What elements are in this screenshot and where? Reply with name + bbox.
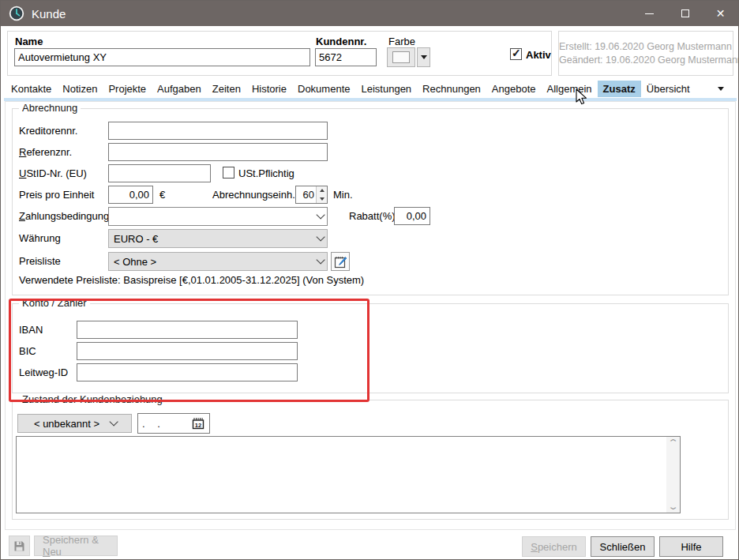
iban-input[interactable]: [77, 321, 298, 339]
speichern-label: Speichern: [531, 541, 577, 553]
tab-uebersicht[interactable]: Übersicht: [641, 81, 696, 97]
waehrung-select[interactable]: EURO - €: [108, 229, 328, 248]
verwendete-preisliste-text: Verwendete Preisliste: Basispreise [€,01…: [19, 274, 364, 286]
zahlungsbedingung-select[interactable]: [108, 207, 328, 226]
tab-bar: Kontakte Notizen Projekte Aufgaben Zeite…: [6, 80, 735, 98]
aktiv-checkbox[interactable]: [510, 48, 522, 60]
tab-historie[interactable]: Historie: [246, 81, 292, 97]
title-bar: Kunde ✕: [1, 1, 738, 26]
rabatt-label: Rabatt(%): [349, 210, 396, 222]
abrechnung-legend: Abrechnung: [19, 102, 81, 114]
chevron-down-icon: [316, 255, 324, 264]
zustand-date-field[interactable]: . . 12: [137, 413, 210, 434]
speichern-neu-button[interactable]: Speichern & Neu: [34, 536, 118, 556]
modified-info: Geändert: 19.06.2020 Georg Mustermann: [559, 54, 727, 66]
tab-rechnungen[interactable]: Rechnungen: [417, 81, 486, 97]
kunde-window: Kunde ✕ Name Kundennr. Farbe Aktiv Erste…: [0, 0, 739, 560]
referenznr-label: Referenznr.: [19, 146, 72, 158]
preisliste-value: < Ohne >: [114, 256, 156, 268]
tab-leistungen[interactable]: Leistungen: [355, 81, 417, 97]
close-button[interactable]: ✕: [703, 1, 738, 26]
calendar-icon[interactable]: 12: [192, 417, 205, 430]
kreditorennr-input[interactable]: [108, 122, 328, 140]
stepper-buttons: [316, 186, 327, 203]
tab-zeiten[interactable]: Zeiten: [207, 81, 246, 97]
name-label: Name: [15, 36, 43, 47]
farbe-swatch-button[interactable]: [387, 47, 415, 67]
footer-bar: Speichern & Neu Speichern Schließen Hilf…: [1, 532, 739, 560]
tab-projekte[interactable]: Projekte: [103, 81, 152, 97]
date-value: . .: [142, 418, 165, 430]
schliessen-label: Schließen: [600, 541, 646, 553]
rabatt-input[interactable]: [394, 207, 430, 225]
chevron-down-icon: [316, 210, 324, 219]
aktiv-label: Aktiv: [526, 49, 551, 61]
vertical-scrollbar[interactable]: ⌃ ⌄: [666, 437, 680, 513]
waehrung-value: EURO - €: [114, 233, 158, 245]
tab-zusatz[interactable]: Zusatz: [598, 81, 641, 97]
stepper-down-button[interactable]: [317, 195, 327, 204]
tab-aufgaben[interactable]: Aufgaben: [152, 81, 207, 97]
hilfe-button[interactable]: Hilfe: [659, 536, 723, 557]
speichern-button[interactable]: Speichern: [522, 536, 586, 557]
abrechnungseinh-stepper[interactable]: 60: [295, 186, 328, 204]
zahlungsbedingung-label: Zahlungsbedingung: [19, 210, 109, 222]
chevron-down-icon: [421, 55, 427, 59]
referenznr-input[interactable]: [108, 143, 328, 161]
tab-notizen[interactable]: Notizen: [57, 81, 103, 97]
audit-info-panel: Erstellt: 19.06.2020 Georg Mustermann Ge…: [558, 31, 733, 76]
scroll-up-icon[interactable]: ⌃: [667, 438, 679, 447]
clock-app-icon: [9, 6, 24, 21]
farbe-dropdown-button[interactable]: [417, 47, 430, 67]
name-input[interactable]: [14, 48, 310, 66]
kundenbeziehung-group: Zustand der Kundenbeziehung < unbekannt …: [12, 400, 729, 520]
tab-kontakte[interactable]: Kontakte: [6, 81, 57, 97]
kundennr-input[interactable]: [315, 48, 377, 66]
zustand-select[interactable]: < unbekannt >: [17, 414, 132, 433]
farbe-label: Farbe: [388, 36, 415, 47]
schliessen-button[interactable]: Schließen: [591, 536, 655, 557]
bic-label: BIC: [19, 345, 36, 357]
preis-pro-einheit-input[interactable]: [108, 186, 153, 204]
bic-input[interactable]: [77, 342, 298, 360]
tab-dokumente[interactable]: Dokumente: [292, 81, 355, 97]
maximize-button[interactable]: [667, 1, 703, 26]
tab-overflow-button[interactable]: [718, 87, 724, 91]
euro-suffix: €: [159, 189, 165, 201]
waehrung-label: Währung: [19, 232, 61, 244]
kundenbeziehung-textarea[interactable]: [17, 437, 666, 513]
created-info: Erstellt: 19.06.2020 Georg Mustermann: [559, 41, 727, 52]
tab-allgemein[interactable]: Allgemein: [542, 81, 598, 97]
kundenbeziehung-legend: Zustand der Kundenbeziehung: [19, 393, 166, 405]
minimize-icon: [645, 13, 654, 14]
maximize-icon: [681, 9, 689, 17]
window-title: Kunde: [32, 7, 66, 21]
zustand-value: < unbekannt >: [34, 418, 99, 430]
abrechnungseinh-value: 60: [296, 186, 316, 203]
kreditorennr-label: Kreditorennr.: [19, 125, 77, 137]
minimize-button[interactable]: [632, 1, 667, 26]
speichern-neu-label: Speichern & Neu: [43, 534, 109, 558]
chevron-up-icon: [320, 189, 324, 192]
chevron-down-icon: [320, 197, 324, 201]
preisliste-select[interactable]: < Ohne >: [108, 252, 328, 271]
min-suffix: Min.: [333, 189, 353, 201]
abrechnungseinh-label: Abrechnungseinh.: [212, 189, 295, 201]
tab-angebote[interactable]: Angebote: [486, 81, 542, 97]
stepper-up-button[interactable]: [317, 186, 327, 195]
scroll-down-icon[interactable]: ⌄: [667, 502, 679, 511]
abrechnung-group: Abrechnung Kreditorennr. Referenznr. USt…: [12, 108, 729, 295]
save-icon-button[interactable]: [9, 536, 30, 556]
preisliste-label: Preisliste: [19, 255, 61, 267]
ustid-label: UStID-Nr. (EU): [19, 167, 87, 179]
leitweg-id-input[interactable]: [77, 363, 298, 381]
chevron-down-icon: [316, 232, 324, 241]
ustpflichtig-checkbox[interactable]: [223, 167, 234, 179]
svg-text:12: 12: [195, 422, 201, 429]
ustid-input[interactable]: [108, 164, 211, 182]
edit-note-icon: [334, 255, 347, 269]
customer-header-panel: Name Kundennr. Farbe Aktiv: [7, 31, 552, 76]
kundenbeziehung-notes: ⌃ ⌄: [16, 436, 681, 513]
kundennr-label: Kundennr.: [316, 36, 366, 47]
preisliste-edit-button[interactable]: [331, 252, 350, 271]
